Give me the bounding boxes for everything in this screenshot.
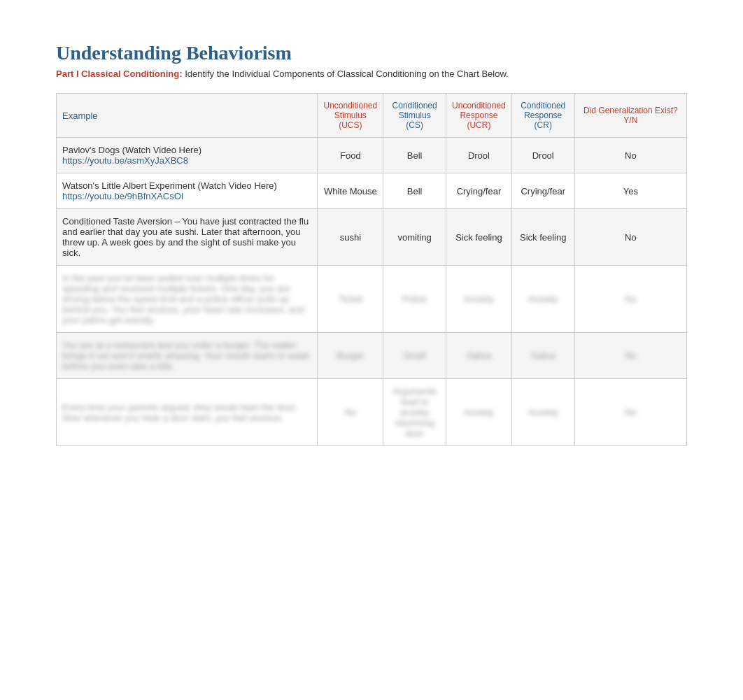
cell-ucr: Anxiety — [446, 266, 512, 333]
page-title: Understanding Behaviorism — [56, 42, 687, 64]
cell-gen: No — [574, 379, 686, 446]
cell-cr: Anxiety — [511, 266, 574, 333]
table-row: Watson's Little Albert Experiment (Watch… — [57, 173, 687, 209]
example-link[interactable]: https://youtu.be/asmXyJaXBC8 — [62, 155, 188, 166]
cell-cr: Saliva — [511, 333, 574, 379]
example-cell: Conditioned Taste Aversion – You have ju… — [57, 209, 318, 266]
example-link[interactable]: https://youtu.be/9hBfnXACsOI — [62, 191, 183, 201]
cell-cs: Arguments lead to anxiety slamming door — [383, 379, 446, 446]
cell-cs: vomiting — [383, 209, 446, 266]
subtitle-normal: Identify the Individual Components of Cl… — [185, 69, 509, 79]
table-row: Pavlov's Dogs (Watch Video Here)https://… — [57, 138, 687, 173]
cell-gen: No — [574, 138, 686, 173]
cell-ucr: Anxiety — [446, 379, 512, 446]
cell-ucs: Ticket — [318, 266, 383, 333]
cell-ucr: Crying/fear — [446, 173, 512, 209]
classical-conditioning-table: Example Unconditioned Stimulus (UCS) Con… — [56, 93, 687, 446]
cell-gen: No — [574, 333, 686, 379]
cell-ucr: Drool — [446, 138, 512, 173]
cell-ucs: Burger — [318, 333, 383, 379]
example-cell: In the past you've been pulled over mult… — [57, 266, 318, 333]
table-row: You are at a restaurant and you order a … — [57, 333, 687, 379]
cell-cs: Bell — [383, 173, 446, 209]
header-ucs: Unconditioned Stimulus (UCS) — [318, 94, 383, 138]
header-gen: Did Generalization Exist? Y/N — [574, 94, 686, 138]
cell-ucs: No — [318, 379, 383, 446]
cell-gen: No — [574, 266, 686, 333]
example-cell: Every time your parents argued, they wou… — [57, 379, 318, 446]
cell-gen: No — [574, 209, 686, 266]
cell-cr: Sick feeling — [511, 209, 574, 266]
cell-cs: Police — [383, 266, 446, 333]
cell-ucr: Sick feeling — [446, 209, 512, 266]
table-row: Every time your parents argued, they wou… — [57, 379, 687, 446]
cell-cs: Smell — [383, 333, 446, 379]
table-row: In the past you've been pulled over mult… — [57, 266, 687, 333]
cell-ucr: Saliva — [446, 333, 512, 379]
example-cell: Watson's Little Albert Experiment (Watch… — [57, 173, 318, 209]
cell-gen: Yes — [574, 173, 686, 209]
header-example: Example — [57, 94, 318, 138]
table-row: Conditioned Taste Aversion – You have ju… — [57, 209, 687, 266]
cell-cs: Bell — [383, 138, 446, 173]
subtitle-bold: Part I Classical Conditioning: — [56, 69, 183, 79]
cell-cr: Anxiety — [511, 379, 574, 446]
example-cell: You are at a restaurant and you order a … — [57, 333, 318, 379]
table-header-row: Example Unconditioned Stimulus (UCS) Con… — [57, 94, 687, 138]
cell-cr: Drool — [511, 138, 574, 173]
header-cs: Conditioned Stimulus (CS) — [383, 94, 446, 138]
example-cell: Pavlov's Dogs (Watch Video Here)https://… — [57, 138, 318, 173]
cell-ucs: Food — [318, 138, 383, 173]
header-ucr: Unconditioned Response (UCR) — [446, 94, 512, 138]
cell-cr: Crying/fear — [511, 173, 574, 209]
header-cr: Conditioned Response (CR) — [511, 94, 574, 138]
subtitle: Part I Classical Conditioning: Identify … — [56, 69, 687, 79]
cell-ucs: White Mouse — [318, 173, 383, 209]
cell-ucs: sushi — [318, 209, 383, 266]
